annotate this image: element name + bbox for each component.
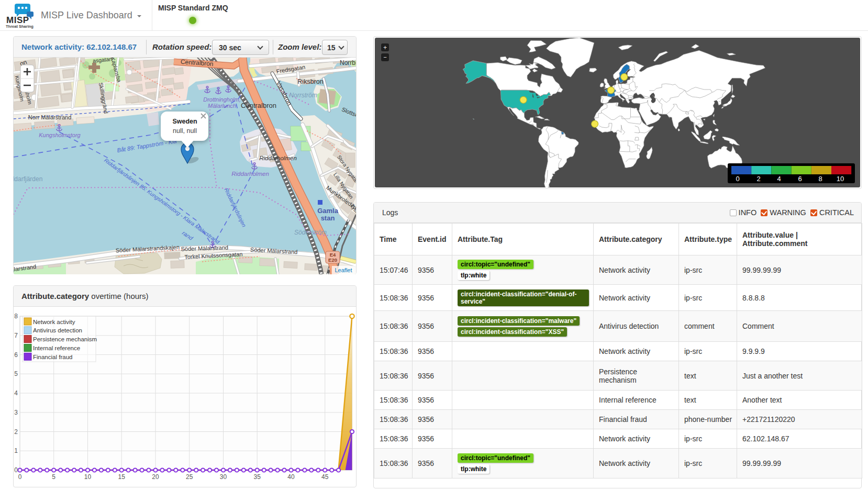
svg-text:Financial fraud: Financial fraud xyxy=(33,354,72,360)
svg-text:+: + xyxy=(383,44,387,52)
svg-text:5: 5 xyxy=(52,473,55,481)
svg-text:Internal reference: Internal reference xyxy=(33,345,80,351)
svg-text:20: 20 xyxy=(152,473,159,481)
svg-text:30: 30 xyxy=(220,473,227,481)
svg-text:stan: stan xyxy=(321,214,335,222)
svg-text:Antivirus detection: Antivirus detection xyxy=(33,327,82,333)
svg-text:Persistence mechanism: Persistence mechanism xyxy=(33,336,97,342)
svg-text:35: 35 xyxy=(254,473,261,481)
svg-text:8: 8 xyxy=(14,313,18,320)
svg-text:Mälarlunch: Mälarlunch xyxy=(208,103,236,109)
svg-text:Kungsholmstorg: Kungsholmstorg xyxy=(39,132,81,138)
svg-text:2: 2 xyxy=(756,175,760,183)
svg-text:10: 10 xyxy=(84,473,92,481)
svg-text:Norrström: Norrström xyxy=(289,92,317,99)
svg-text:ddarfjärden: ddarfjärden xyxy=(14,175,42,183)
svg-text:40: 40 xyxy=(287,473,295,481)
svg-text:0: 0 xyxy=(14,466,18,474)
svg-text:Network activity: Network activity xyxy=(33,319,75,325)
svg-text:Sweden: Sweden xyxy=(172,118,197,125)
svg-text:–: – xyxy=(383,54,387,61)
svg-text:Norr Mälarstrand: Norr Mälarstrand xyxy=(28,114,72,120)
svg-text:Drottningholm,: Drottningholm, xyxy=(203,96,241,103)
svg-text:15: 15 xyxy=(118,473,126,481)
svg-text:Riddarholmen: Riddarholmen xyxy=(231,171,269,177)
svg-text:Söderström: Söderström xyxy=(294,229,327,236)
svg-text:8: 8 xyxy=(818,175,822,183)
svg-text:null, null: null, null xyxy=(173,127,197,135)
svg-text:10: 10 xyxy=(837,175,844,183)
svg-text:Threat Sharing: Threat Sharing xyxy=(6,24,34,29)
svg-text:1: 1 xyxy=(14,447,18,454)
svg-text:2: 2 xyxy=(14,428,18,436)
svg-text:5: 5 xyxy=(14,370,18,377)
svg-text:6: 6 xyxy=(14,351,18,359)
svg-text:4: 4 xyxy=(777,175,781,183)
svg-text:Riddarholmen: Riddarholmen xyxy=(259,155,297,161)
svg-text:0: 0 xyxy=(736,175,739,183)
svg-text:Riksbron: Riksbron xyxy=(297,78,323,85)
svg-text:Leaflet: Leaflet xyxy=(335,267,352,273)
svg-text:7: 7 xyxy=(14,332,18,339)
svg-text:E20: E20 xyxy=(328,257,337,263)
svg-text:4: 4 xyxy=(14,389,18,397)
svg-text:25: 25 xyxy=(186,473,193,481)
svg-text:Gamla: Gamla xyxy=(317,207,339,215)
svg-text:Centralbron: Centralbron xyxy=(241,102,276,109)
svg-text:Norrbr: Norrbr xyxy=(340,59,356,66)
svg-text:6: 6 xyxy=(798,175,802,183)
svg-text:0: 0 xyxy=(18,473,22,481)
svg-text:45: 45 xyxy=(321,473,329,481)
svg-text:3: 3 xyxy=(14,409,18,416)
